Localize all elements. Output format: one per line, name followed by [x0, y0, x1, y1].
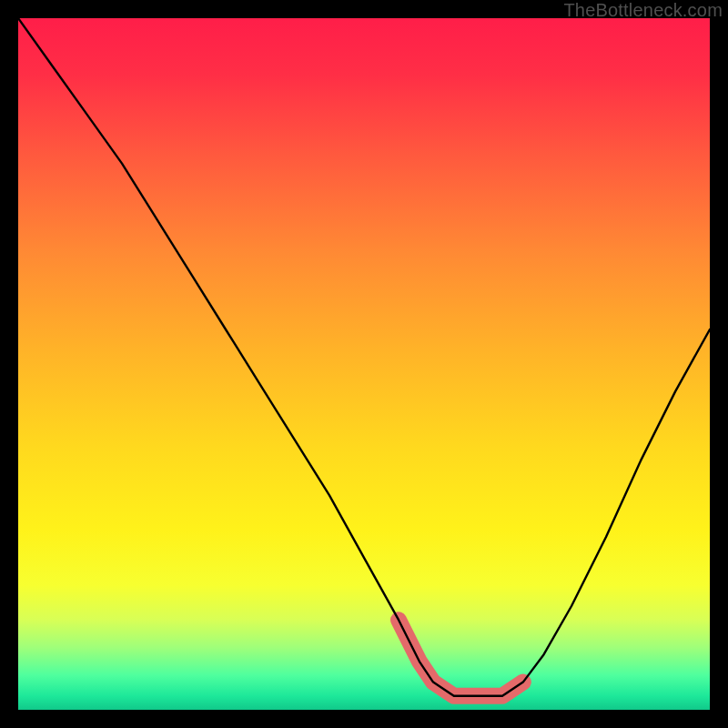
- chart-frame: TheBottleneck.com: [0, 0, 728, 728]
- curve-layer: [18, 18, 710, 710]
- bottleneck-curve-path: [18, 18, 710, 696]
- plot-area: [18, 18, 710, 710]
